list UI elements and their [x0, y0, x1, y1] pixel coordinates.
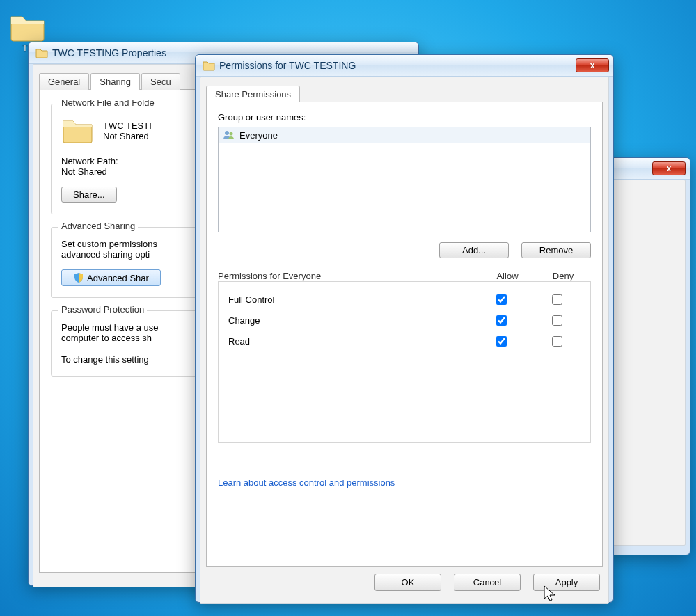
allow-column: Allow — [480, 271, 535, 281]
password-protection-title: Password Protection — [58, 304, 147, 315]
tab-share-permissions[interactable]: Share Permissions — [206, 86, 300, 102]
share-button[interactable]: Share... — [61, 187, 117, 203]
user-entry: Everyone — [239, 130, 278, 141]
dialog-button-row: OK Cancel Apply — [206, 567, 603, 591]
folder-icon — [35, 47, 48, 59]
close-icon[interactable]: x — [652, 161, 686, 175]
remove-button[interactable]: Remove — [521, 242, 591, 258]
svg-point-1 — [230, 132, 233, 136]
user-list[interactable]: Everyone — [218, 127, 591, 232]
ok-button[interactable]: OK — [374, 574, 441, 591]
allow-full-control[interactable] — [496, 294, 507, 305]
permissions-title: Permissions for TWC TESTING — [219, 60, 576, 71]
folder-name: TWC TESTI — [103, 120, 152, 131]
apply-button[interactable]: Apply — [533, 574, 600, 591]
network-sharing-title: Network File and Folde — [58, 97, 157, 108]
permissions-table: Full Control Change Read — [218, 281, 591, 443]
folder-icon — [203, 59, 215, 72]
folder-icon — [8, 10, 47, 43]
group-or-user-label: Group or user names: — [218, 112, 591, 123]
shield-icon — [73, 272, 84, 283]
desktop: TE x TWC TESTING Properties General Shar… — [0, 0, 696, 616]
learn-link[interactable]: Learn about access control and permissio… — [218, 477, 395, 488]
close-icon[interactable]: x — [576, 58, 609, 72]
cancel-button[interactable]: Cancel — [454, 574, 521, 591]
permission-name: Read — [224, 336, 473, 347]
svg-point-0 — [225, 131, 229, 135]
advanced-sharing-title: Advanced Sharing — [58, 221, 138, 231]
allow-read[interactable] — [496, 336, 507, 347]
folder-icon — [61, 116, 95, 146]
permissions-for-label: Permissions for Everyone — [218, 271, 480, 281]
table-row: Change — [224, 310, 585, 331]
permission-name: Change — [224, 315, 473, 326]
table-row: Full Control — [224, 289, 585, 310]
background-window: x — [607, 157, 690, 555]
advanced-sharing-button[interactable]: Advanced Shar — [61, 269, 161, 286]
table-row: Read — [224, 331, 585, 352]
permissions-window: Permissions for TWC TESTING x Share Perm… — [195, 54, 614, 603]
deny-read[interactable] — [552, 336, 562, 347]
tab-security[interactable]: Secu — [141, 73, 180, 90]
allow-change[interactable] — [496, 315, 507, 326]
tab-sharing[interactable]: Sharing — [90, 73, 140, 90]
deny-change[interactable] — [552, 315, 562, 326]
add-button[interactable]: Add... — [439, 242, 509, 258]
permission-name: Full Control — [224, 294, 473, 305]
deny-full-control[interactable] — [552, 294, 562, 305]
list-item[interactable]: Everyone — [219, 127, 590, 143]
deny-column: Deny — [535, 271, 591, 281]
folder-status: Not Shared — [103, 131, 152, 141]
users-icon — [223, 129, 235, 141]
tab-general[interactable]: General — [39, 73, 89, 90]
permissions-titlebar[interactable]: Permissions for TWC TESTING x — [196, 55, 613, 77]
